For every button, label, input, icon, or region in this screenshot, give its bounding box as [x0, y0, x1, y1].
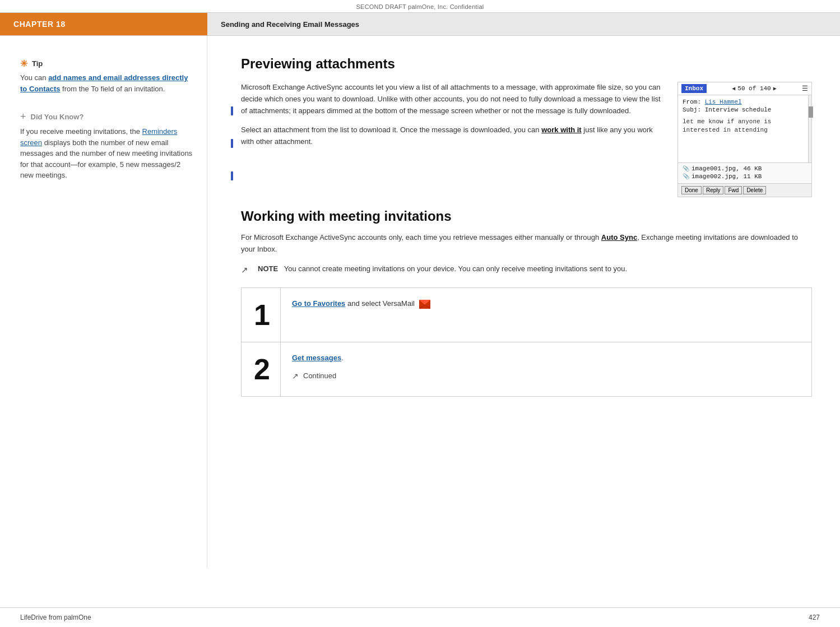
section1-content-row: Microsoft Exchange ActiveSync accounts l… — [241, 82, 812, 197]
asterisk-icon: ✳ — [20, 58, 27, 69]
attach-icon-1: 📎 — [683, 165, 689, 172]
chapter-header: CHAPTER 18 Sending and Receiving Email M… — [0, 12, 840, 36]
note-label: NOTE — [258, 264, 278, 273]
subj-text: Interview schedule — [705, 106, 772, 113]
nav-right-arrow[interactable]: ▶ — [773, 85, 777, 92]
main-content: ✳ Tip You can add names and email addres… — [0, 36, 840, 568]
step-2-link[interactable]: Get messages — [292, 354, 341, 362]
dyk-text-after: displays both the number of new email me… — [20, 138, 192, 180]
device-attachments: 📎 image001.jpg, 46 KB 📎 image002.jpg, 11… — [678, 162, 811, 183]
tip-text: You can add names and email addresses di… — [20, 72, 193, 94]
attach-icon-2: 📎 — [683, 173, 689, 180]
device-mockup: Inbox ◀ 50 of 140 ▶ ☰ From: Lis Hammel — [677, 82, 812, 197]
step-2-text-after: . — [341, 354, 344, 362]
footer-right: 427 — [809, 614, 820, 621]
did-you-know-block: + Did You Know? If you receive meeting i… — [20, 111, 193, 181]
chapter-label: CHAPTER 18 — [0, 13, 207, 35]
from-label: From: — [683, 99, 701, 105]
footer: LifeDrive from palmOne 427 — [0, 607, 840, 627]
device-from: From: Lis Hammel — [683, 99, 804, 105]
device-delete-btn[interactable]: Delete — [743, 186, 766, 194]
step-1-content: Go to Favorites and select VersaMail — [281, 288, 812, 342]
footer-left: LifeDrive from palmOne — [20, 614, 91, 621]
blue-bars — [231, 106, 233, 180]
section1-para2: Select an attachment from the list to do… — [241, 124, 661, 148]
step-1-link[interactable]: Go to Favorites — [292, 299, 345, 308]
note-text: You cannot create meeting invitations on… — [284, 264, 627, 273]
device-body: From: Lis Hammel Subj: Interview schedul… — [678, 95, 808, 162]
attach-2-text: image002.jpg, 11 KB — [692, 173, 762, 180]
device-subject: Subj: Interview schedule — [683, 106, 804, 113]
section1-para1: Microsoft Exchange ActiveSync accounts l… — [241, 82, 661, 117]
blue-bar-3 — [231, 171, 233, 180]
s2-auto-sync-link[interactable]: Auto Sync — [601, 233, 637, 241]
device-reply-btn[interactable]: Reply — [703, 186, 724, 194]
section2-title: Working with meeting invitations — [241, 208, 812, 224]
device-fwd-btn[interactable]: Fwd — [725, 186, 742, 194]
para2-link: work with it — [541, 126, 582, 134]
section2-para1: For Microsoft Exchange ActiveSync accoun… — [241, 232, 812, 256]
from-name[interactable]: Lis Hammel — [705, 99, 742, 105]
section1-title: Previewing attachments — [241, 56, 812, 72]
device-scrollbar[interactable] — [808, 95, 811, 162]
continued-block: ↗ Continued — [292, 370, 800, 382]
versamail-icon — [419, 300, 430, 309]
tip-label: Tip — [32, 59, 43, 68]
dyk-label: Did You Know? — [31, 113, 84, 121]
steps-table: 1 Go to Favorites and select VersaMail — [241, 287, 812, 397]
para2-before: Select an attachment from the list to do… — [241, 126, 541, 134]
device-header: Inbox ◀ 50 of 140 ▶ ☰ — [678, 82, 811, 95]
step-row-2: 2 Get messages. ↗ Continued — [242, 342, 812, 397]
continued-icon: ↗ — [292, 370, 299, 382]
list-icon[interactable]: ☰ — [802, 85, 808, 93]
note-block: ↗ NOTE You cannot create meeting invitat… — [241, 263, 812, 277]
dyk-text: If you receive meeting invitations, the … — [20, 126, 193, 181]
note-icon: ↗ — [241, 264, 252, 277]
sidebar: ✳ Tip You can add names and email addres… — [0, 36, 207, 568]
plus-icon: + — [20, 111, 26, 123]
device-done-btn[interactable]: Done — [681, 186, 702, 194]
blue-bar-2 — [231, 139, 233, 148]
attachment-1: 📎 image001.jpg, 46 KB — [683, 165, 807, 172]
subj-label: Subj: — [683, 106, 701, 113]
device-buttons: Done Reply Fwd Delete — [678, 183, 811, 197]
device-message: let me know if anyone is interested in a… — [683, 118, 804, 135]
tip-text-after: from the To field of an invitation. — [61, 85, 165, 93]
step-2-content: Get messages. ↗ Continued — [281, 342, 812, 397]
continued-label: Continued — [303, 370, 336, 382]
attach-1-text: image001.jpg, 46 KB — [692, 165, 762, 172]
device-body-area: From: Lis Hammel Subj: Interview schedul… — [678, 95, 811, 162]
nav-count: 50 of 140 — [737, 85, 771, 92]
device-inbox-label: Inbox — [681, 84, 707, 93]
s2-para1-before: For Microsoft Exchange ActiveSync accoun… — [241, 233, 601, 241]
step-1-text-after: and select VersaMail — [347, 299, 415, 308]
dyk-title: + Did You Know? — [20, 111, 193, 123]
dyk-text-before: If you receive meeting invitations, the — [20, 127, 142, 136]
tip-block: ✳ Tip You can add names and email addres… — [20, 58, 193, 94]
section1-text: Microsoft Exchange ActiveSync accounts l… — [241, 82, 661, 197]
content-area: Previewing attachments Microsoft Exchang… — [207, 36, 840, 568]
nav-left-arrow[interactable]: ◀ — [732, 85, 735, 92]
tip-title: ✳ Tip — [20, 58, 193, 69]
step-row-1: 1 Go to Favorites and select VersaMail — [242, 288, 812, 342]
watermark: SECOND DRAFT palmOne, Inc. Confidential — [0, 0, 840, 12]
blue-bar-1 — [231, 106, 233, 115]
step-1-number: 1 — [242, 288, 281, 342]
step-2-number: 2 — [242, 342, 281, 397]
attachment-2: 📎 image002.jpg, 11 KB — [683, 173, 807, 180]
tip-text-before: You can — [20, 73, 48, 82]
device-nav: ◀ 50 of 140 ▶ — [732, 85, 776, 92]
chapter-title: Sending and Receiving Email Messages — [207, 20, 359, 29]
scroll-thumb — [809, 106, 813, 118]
